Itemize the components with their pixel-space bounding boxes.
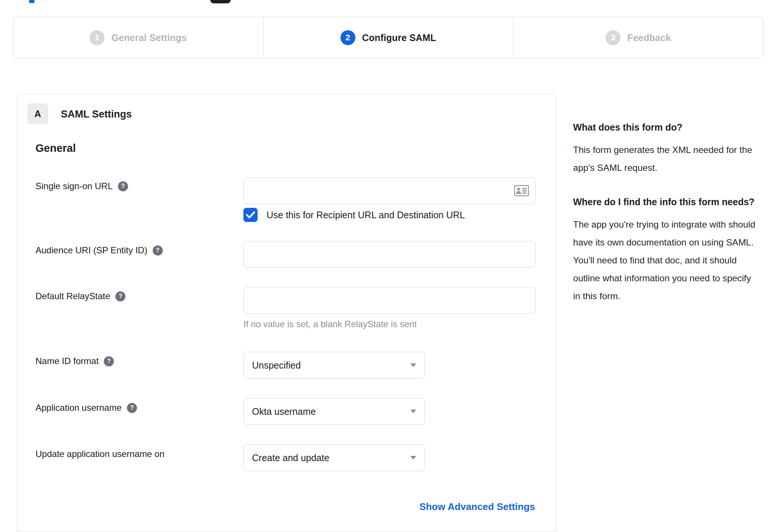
help-icon[interactable]: ?	[153, 245, 163, 256]
step-3-number: 3	[606, 30, 620, 45]
sidebar-body-1: This form generates the XML needed for t…	[573, 141, 760, 177]
recipient-url-checkbox-label: Use this for Recipient URL and Destinati…	[267, 210, 465, 220]
sso-url-label-text: Single sign-on URL	[35, 181, 113, 191]
update-app-username-label-text: Update application username on	[35, 449, 165, 459]
name-id-format-label: Name ID format ?	[35, 356, 114, 366]
section-divider	[18, 531, 556, 532]
recipient-url-checkbox-row: Use this for Recipient URL and Destinati…	[243, 208, 465, 222]
step-1-label: General Settings	[111, 32, 187, 43]
app-username-label-text: Application username	[35, 403, 122, 413]
chevron-down-icon	[410, 410, 416, 413]
cutoff-dark-button	[210, 0, 231, 3]
saml-settings-card: A SAML Settings General Single sign-on U…	[17, 94, 556, 532]
step-1-number: 1	[90, 30, 105, 45]
help-sidebar: What does this form do? This form genera…	[573, 119, 760, 322]
update-app-username-select[interactable]: Create and update	[243, 444, 425, 471]
update-app-username-label: Update application username on	[35, 449, 165, 459]
audience-uri-label-text: Audience URI (SP Entity ID)	[35, 245, 147, 256]
chevron-down-icon	[410, 363, 416, 367]
checkmark-icon	[246, 211, 255, 219]
help-icon[interactable]: ?	[127, 403, 137, 413]
step-feedback[interactable]: 3 Feedback	[513, 17, 763, 58]
wizard-stepper: 1 General Settings 2 Configure SAML 3 Fe…	[13, 17, 763, 59]
step-3-label: Feedback	[627, 32, 671, 43]
help-icon[interactable]: ?	[104, 356, 114, 366]
cutoff-blue-element	[29, 0, 34, 3]
app-username-select[interactable]: Okta username	[243, 398, 425, 425]
name-id-format-value: Unspecified	[252, 360, 301, 371]
section-a-badge: A	[27, 103, 48, 124]
app-username-label: Application username ?	[35, 403, 137, 413]
app-username-value: Okta username	[252, 406, 316, 417]
relay-state-input[interactable]	[243, 287, 536, 314]
help-icon[interactable]: ?	[115, 291, 125, 301]
sidebar-body-2: The app you're trying to integrate with …	[573, 216, 760, 305]
step-2-number: 2	[340, 30, 355, 45]
step-general-settings[interactable]: 1 General Settings	[13, 17, 263, 58]
help-icon[interactable]: ?	[118, 181, 128, 191]
name-id-format-label-text: Name ID format	[35, 356, 99, 366]
relay-state-hint: If no value is set, a blank RelayState i…	[243, 319, 417, 329]
audience-uri-input[interactable]	[243, 241, 536, 268]
chevron-down-icon	[410, 456, 416, 460]
relay-state-label-text: Default RelayState	[35, 291, 110, 301]
sidebar-heading-2: Where do I find the info this form needs…	[573, 193, 760, 210]
recipient-url-checkbox[interactable]	[243, 208, 258, 222]
sso-url-label: Single sign-on URL ?	[35, 181, 128, 191]
group-title-general: General	[35, 142, 76, 154]
section-title: SAML Settings	[61, 109, 132, 120]
audience-uri-label: Audience URI (SP Entity ID) ?	[35, 245, 163, 256]
step-configure-saml[interactable]: 2 Configure SAML	[263, 17, 513, 58]
update-app-username-value: Create and update	[252, 453, 329, 463]
show-advanced-settings-link[interactable]: Show Advanced Settings	[419, 501, 535, 513]
relay-state-label: Default RelayState ?	[35, 291, 125, 301]
step-2-label: Configure SAML	[362, 32, 436, 43]
name-id-format-select[interactable]: Unspecified	[243, 352, 425, 379]
contact-card-icon[interactable]	[514, 185, 529, 196]
sidebar-heading-1: What does this form do?	[573, 119, 760, 136]
sso-url-input[interactable]	[243, 177, 536, 204]
